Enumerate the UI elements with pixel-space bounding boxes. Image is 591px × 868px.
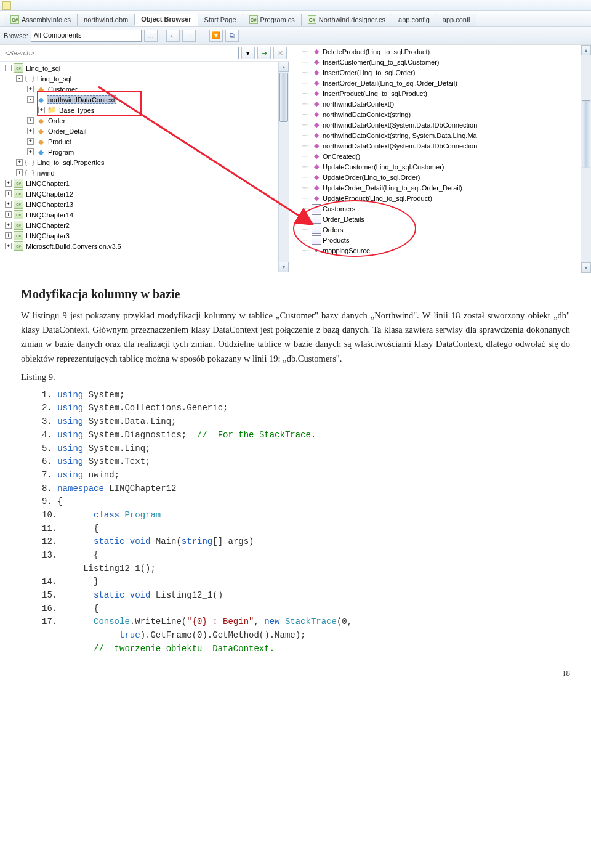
expander-icon[interactable]: - (27, 96, 34, 103)
tree-item[interactable]: +nwind (2, 168, 289, 178)
scroll-down-button[interactable]: ▾ (581, 262, 591, 273)
tree-item[interactable]: +LINQChapter3 (2, 230, 289, 241)
expander-icon[interactable]: + (27, 117, 34, 124)
asm-icon (14, 241, 23, 251)
method-icon (312, 68, 321, 77)
member-item[interactable]: ┄┄northwindDataContext(string) (302, 109, 591, 120)
tbl-icon (312, 214, 321, 224)
scrollbar-vertical[interactable]: ▴ ▾ (581, 45, 591, 273)
member-item[interactable]: ┄┄northwindDataContext(System.Data.IDbCo… (302, 140, 591, 151)
tree-item-label: Order (47, 116, 66, 125)
tab-start-page[interactable]: Start Page (198, 14, 243, 26)
tree-item[interactable]: +Base Types (2, 105, 289, 115)
scroll-down-button[interactable]: ▾ (279, 262, 289, 272)
tree-connector-icon: ┄┄ (302, 143, 309, 149)
member-label: InsertProduct(Linq_to_sql.Product) (323, 90, 427, 97)
expander-icon[interactable]: + (5, 201, 12, 208)
member-item[interactable]: ┄┄InsertCustomer(Linq_to_sql.Customer) (302, 57, 591, 67)
member-item[interactable]: ┄┄Customers (302, 203, 591, 214)
search-go-button[interactable]: ➜ (257, 47, 271, 59)
members-list[interactable]: ┄┄DeleteProduct(Linq_to_sql.Product)┄┄In… (289, 45, 591, 257)
tab-northwind-dbm[interactable]: northwind.dbm (77, 14, 135, 26)
expander-icon[interactable]: + (5, 222, 12, 229)
cs-icon: C# (249, 15, 258, 24)
member-item[interactable]: ┄┄northwindDataContext(string, System.Da… (302, 130, 591, 140)
tab-object-browser[interactable]: Object Browser (134, 14, 198, 26)
expander-icon[interactable]: + (27, 128, 34, 134)
tree-item[interactable]: +Customer (2, 84, 289, 94)
tree-item[interactable]: +LINQChapter14 (2, 209, 289, 220)
member-item[interactable]: ┄┄Order_Details (302, 214, 591, 224)
tree-item[interactable]: +LINQChapter12 (2, 189, 289, 199)
member-item[interactable]: ┄┄InsertProduct(Linq_to_sql.Product) (302, 88, 591, 99)
tree-item[interactable]: +Microsoft.Build.Conversion.v3.5 (2, 241, 289, 251)
editor-tabs: C#AssemblyInfo.csnorthwind.dbmObject Bro… (0, 11, 591, 27)
scroll-thumb[interactable] (582, 100, 590, 168)
scroll-thumb[interactable] (279, 73, 288, 122)
tree-item[interactable]: -Linq_to_sql (2, 63, 289, 73)
member-label: UpdateProduct(Linq_to_sql.Product) (323, 195, 432, 202)
member-item[interactable]: ┄┄northwindDataContext(System.Data.IDbCo… (302, 120, 591, 130)
expander-icon[interactable]: + (27, 86, 34, 92)
expander-icon[interactable]: - (5, 65, 12, 71)
member-item[interactable]: ┄┄UpdateOrder(Linq_to_sql.Order) (302, 172, 591, 182)
expander-icon[interactable]: + (16, 169, 23, 176)
search-clear-button[interactable]: ✕ (273, 47, 287, 59)
tab-assemblyinfo-cs[interactable]: C#AssemblyInfo.cs (4, 14, 78, 26)
scrollbar-vertical[interactable]: ▴ ▾ (278, 62, 289, 272)
filter-button[interactable]: 🔽 (209, 30, 223, 42)
member-item[interactable]: ┄┄DeleteProduct(Linq_to_sql.Product) (302, 46, 591, 57)
namespace-tree[interactable]: -Linq_to_sql-Linq_to_sql+Customer-northw… (0, 62, 289, 272)
tree-item[interactable]: +LINQChapter13 (2, 199, 289, 209)
tree-item[interactable]: +Linq_to_sql.Properties (2, 157, 289, 168)
expander-icon[interactable]: + (5, 232, 12, 239)
tree-item[interactable]: +Program (2, 147, 289, 157)
tree-item[interactable]: -northwindDataContext (2, 94, 289, 105)
tab-northwind-designer-cs[interactable]: C#Northwind.designer.cs (301, 14, 392, 26)
tab-app-config[interactable]: app.config (392, 14, 436, 26)
scroll-up-button[interactable]: ▴ (279, 62, 289, 72)
ns-icon (25, 168, 34, 177)
search-dropdown-button[interactable]: ▾ (241, 47, 255, 59)
member-item[interactable]: ┄┄Orders (302, 224, 591, 235)
nav-forward-button[interactable]: → (182, 30, 196, 42)
expander-icon[interactable]: + (5, 211, 12, 218)
tab-app-confi[interactable]: app.confi (436, 14, 477, 26)
member-item[interactable]: ┄┄mappingSource (302, 245, 591, 256)
code-block: 1. using System;2. using System.Collecti… (42, 389, 570, 656)
scroll-up-button[interactable]: ▴ (581, 45, 591, 55)
member-item[interactable]: ┄┄northwindDataContext() (302, 99, 591, 109)
tree-item[interactable]: +Product (2, 136, 289, 147)
nav-back-button[interactable]: ← (166, 30, 180, 42)
expander-icon[interactable]: + (16, 159, 23, 166)
expander-icon[interactable]: + (5, 243, 12, 249)
member-item[interactable]: ┄┄InsertOrder_Detail(Linq_to_sql.Order_D… (302, 78, 591, 88)
method-icon (312, 152, 321, 161)
member-item[interactable]: ┄┄Products (302, 235, 591, 245)
tree-item[interactable]: +Order_Detail (2, 126, 289, 136)
tree-item[interactable]: +Order (2, 115, 289, 126)
browse-combo[interactable]: All Components (31, 30, 142, 42)
group-button[interactable]: ⧉ (225, 30, 239, 42)
tree-connector-icon: ┄┄ (302, 153, 309, 160)
expander-icon[interactable]: + (5, 180, 12, 187)
member-item[interactable]: ┄┄UpdateProduct(Linq_to_sql.Product) (302, 193, 591, 203)
member-item[interactable]: ┄┄UpdateCustomer(Linq_to_sql.Customer) (302, 161, 591, 172)
expander-icon[interactable]: + (27, 138, 34, 145)
tree-item[interactable]: +LINQChapter2 (2, 220, 289, 230)
browse-ellipsis-button[interactable]: ... (144, 30, 158, 42)
tab-program-cs[interactable]: C#Program.cs (243, 14, 302, 26)
cls-icon (36, 95, 46, 104)
asm-icon (14, 63, 23, 73)
expander-icon[interactable]: + (5, 190, 12, 197)
member-item[interactable]: ┄┄InsertOrder(Linq_to_sql.Order) (302, 67, 591, 78)
expander-icon[interactable]: + (27, 148, 34, 155)
expander-icon[interactable]: + (38, 107, 45, 113)
member-label: UpdateOrder_Detail(Linq_to_sql.Order_Det… (323, 184, 462, 192)
member-item[interactable]: ┄┄OnCreated() (302, 151, 591, 161)
member-item[interactable]: ┄┄UpdateOrder_Detail(Linq_to_sql.Order_D… (302, 182, 591, 193)
expander-icon[interactable]: - (16, 75, 23, 82)
tree-item[interactable]: -Linq_to_sql (2, 73, 289, 84)
search-input[interactable] (2, 47, 239, 59)
tree-item[interactable]: +LINQChapter1 (2, 178, 289, 189)
